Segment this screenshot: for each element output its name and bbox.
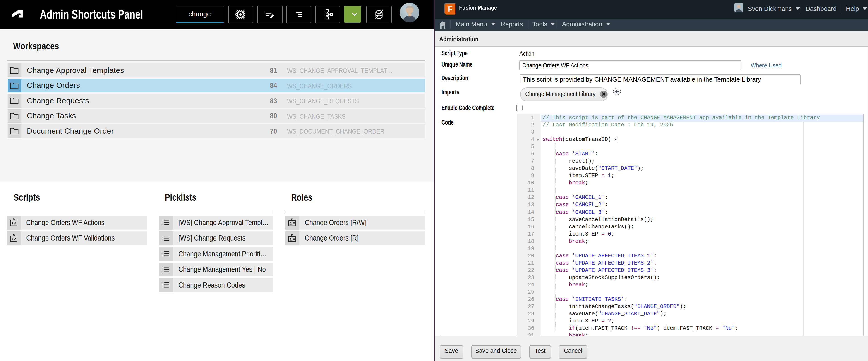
- svg-text:F: F: [448, 4, 453, 13]
